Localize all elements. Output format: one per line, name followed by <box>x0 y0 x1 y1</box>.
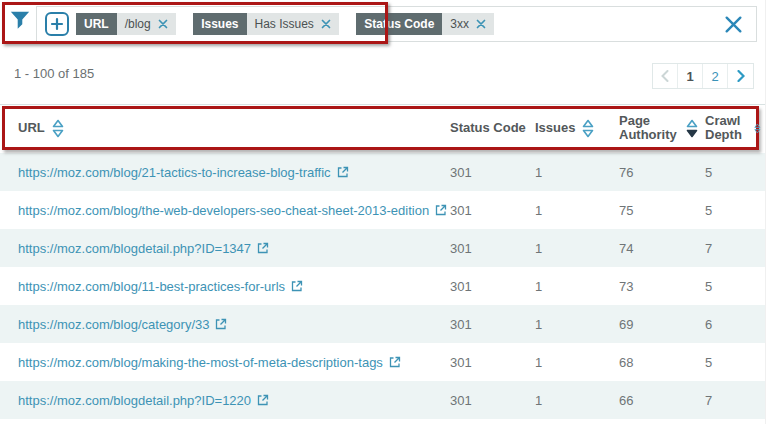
table-top-divider <box>0 104 765 105</box>
url-cell: https://moz.com/blog/category/33 <box>18 317 450 332</box>
page-button-1[interactable]: 1 <box>678 64 703 88</box>
chevron-right-icon <box>737 70 745 82</box>
clear-filters-button[interactable] <box>723 14 744 35</box>
page-authority-cell: 69 <box>619 317 705 332</box>
column-header-status-code: Status Code <box>450 121 535 135</box>
filter-chip-value-text: Has Issues <box>255 17 314 31</box>
url-cell: https://moz.com/blogdetail.php?ID=1347 <box>18 241 450 256</box>
filter-input-box[interactable]: URL /blog Issues Has Issues Status Code … <box>36 6 757 42</box>
external-link-icon[interactable] <box>257 242 269 254</box>
issues-cell: 1 <box>535 203 619 218</box>
url-cell: https://moz.com/blog/making-the-most-of-… <box>18 355 450 370</box>
table-row: https://moz.com/blog/category/33 301 1 6… <box>0 305 765 343</box>
issues-cell: 1 <box>535 317 619 332</box>
crawl-depth-cell: 5 <box>705 279 765 294</box>
table-row: https://moz.com/blog/making-the-most-of-… <box>0 343 765 381</box>
column-header-url[interactable]: URL <box>18 119 450 138</box>
filter-chip: URL /blog <box>76 13 176 35</box>
remove-filter-icon[interactable] <box>321 19 331 29</box>
column-header-issues[interactable]: Issues <box>535 119 619 138</box>
filter-chip-field: Issues <box>193 13 246 35</box>
status-code-cell: 301 <box>450 203 535 218</box>
sort-icon[interactable] <box>52 119 64 138</box>
status-code-cell: 301 <box>450 165 535 180</box>
page-authority-cell: 74 <box>619 241 705 256</box>
column-label: Issues <box>535 121 575 135</box>
table-row: https://moz.com/blog/21-tactics-to-incre… <box>0 153 765 191</box>
issues-cell: 1 <box>535 355 619 370</box>
crawl-depth-cell: 5 <box>705 165 765 180</box>
sort-icon[interactable] <box>582 119 594 138</box>
page-authority-cell: 75 <box>619 203 705 218</box>
filter-chip-value-text: /blog <box>125 17 151 31</box>
status-code-cell: 301 <box>450 393 535 408</box>
table-row: https://moz.com/blog/11-best-practices-f… <box>0 267 765 305</box>
table-header-row: URL Status Code Issues Page Authority <box>5 109 756 147</box>
column-label: URL <box>18 121 45 135</box>
crawl-depth-cell: 6 <box>705 317 765 332</box>
external-link-icon[interactable] <box>337 166 349 178</box>
page-authority-cell: 76 <box>619 165 705 180</box>
url-cell: https://moz.com/blog/11-best-practices-f… <box>18 279 450 294</box>
filter-chip-value-text: 3xx <box>450 17 469 31</box>
column-header-page-authority[interactable]: Page Authority <box>619 114 705 143</box>
next-page-button[interactable] <box>728 64 753 88</box>
external-link-icon[interactable] <box>257 394 269 406</box>
url-link[interactable]: https://moz.com/blogdetail.php?ID=1347 <box>18 241 251 256</box>
pager: 1 2 <box>652 63 754 89</box>
results-range: 1 - 100 of 185 <box>14 66 94 81</box>
close-icon <box>723 14 744 35</box>
table-row: https://moz.com/blog/the-web-developers-… <box>0 191 765 229</box>
filter-chip-value: /blog <box>117 13 176 35</box>
column-label: Status Code <box>450 121 526 135</box>
issues-cell: 1 <box>535 165 619 180</box>
filter-chips: URL /blog Issues Has Issues Status Code … <box>76 13 507 35</box>
filter-bar: URL /blog Issues Has Issues Status Code … <box>0 0 765 50</box>
external-link-icon[interactable] <box>435 204 447 216</box>
page-button-2[interactable]: 2 <box>703 64 728 88</box>
external-link-icon[interactable] <box>215 318 227 330</box>
url-cell: https://moz.com/blog/the-web-developers-… <box>18 203 450 218</box>
sort-icon-desc-active[interactable] <box>686 119 698 138</box>
chevron-left-icon <box>661 70 669 82</box>
url-link[interactable]: https://moz.com/blog/21-tactics-to-incre… <box>18 165 331 180</box>
filter-funnel-icon <box>9 9 31 31</box>
issues-cell: 1 <box>535 241 619 256</box>
external-link-icon[interactable] <box>291 280 303 292</box>
site-crawl-page: URL /blog Issues Has Issues Status Code … <box>0 0 766 424</box>
url-cell: https://moz.com/blog/21-tactics-to-incre… <box>18 165 450 180</box>
table-body: https://moz.com/blog/21-tactics-to-incre… <box>0 153 765 419</box>
filter-chip-value: Has Issues <box>247 13 339 35</box>
filter-chip: Issues Has Issues <box>193 13 339 35</box>
url-link[interactable]: https://moz.com/blog/making-the-most-of-… <box>18 355 383 370</box>
url-link[interactable]: https://moz.com/blog/11-best-practices-f… <box>18 279 285 294</box>
issues-cell: 1 <box>535 393 619 408</box>
external-link-icon[interactable] <box>389 356 401 368</box>
sort-icon[interactable] <box>754 119 761 138</box>
status-code-cell: 301 <box>450 241 535 256</box>
column-header-crawl-depth[interactable]: Crawl Depth <box>705 114 761 143</box>
filter-chip-field: URL <box>76 13 117 35</box>
status-code-cell: 301 <box>450 279 535 294</box>
status-code-cell: 301 <box>450 355 535 370</box>
table-row: https://moz.com/blogdetail.php?ID=1220 3… <box>0 381 765 419</box>
table-row: https://moz.com/blogdetail.php?ID=1347 3… <box>0 229 765 267</box>
url-link[interactable]: https://moz.com/blog/the-web-developers-… <box>18 203 429 218</box>
crawl-depth-cell: 5 <box>705 355 765 370</box>
plus-icon <box>50 17 64 31</box>
url-link[interactable]: https://moz.com/blog/category/33 <box>18 317 209 332</box>
url-link[interactable]: https://moz.com/blogdetail.php?ID=1220 <box>18 393 251 408</box>
annotation-box-header: URL Status Code Issues Page Authority <box>2 106 759 150</box>
remove-filter-icon[interactable] <box>158 19 168 29</box>
status-code-cell: 301 <box>450 317 535 332</box>
page-authority-cell: 66 <box>619 393 705 408</box>
column-label: Crawl Depth <box>705 114 747 143</box>
issues-cell: 1 <box>535 279 619 294</box>
prev-page-button[interactable] <box>653 64 678 88</box>
pagination-bar: 1 - 100 of 185 1 2 <box>0 50 765 104</box>
crawl-depth-cell: 7 <box>705 241 765 256</box>
filter-chip: Status Code 3xx <box>356 13 494 35</box>
remove-filter-icon[interactable] <box>476 19 486 29</box>
add-filter-button[interactable] <box>45 12 69 36</box>
url-cell: https://moz.com/blogdetail.php?ID=1220 <box>18 393 450 408</box>
